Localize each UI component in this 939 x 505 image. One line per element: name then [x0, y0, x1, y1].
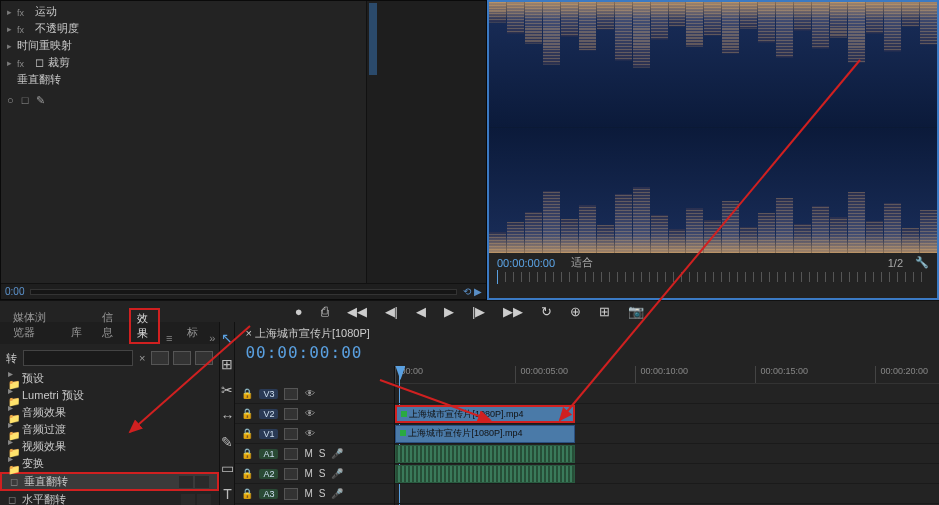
- track-header-a2[interactable]: 🔒A2MS🎤: [235, 464, 394, 484]
- audio-clip[interactable]: [395, 465, 575, 483]
- sync-lock-icon[interactable]: [284, 488, 298, 500]
- timeline-ruler[interactable]: 00:0000:00:05:0000:00:10:0000:00:15:0000…: [395, 366, 939, 384]
- mark-in-button[interactable]: ●: [295, 304, 303, 319]
- track-lane-a2[interactable]: [395, 464, 939, 484]
- mute-button[interactable]: M: [304, 448, 312, 459]
- track-lane-a3[interactable]: [395, 484, 939, 504]
- tab-markers[interactable]: 标: [178, 321, 207, 344]
- timeline-clip[interactable]: 上海城市宣传片[1080P].mp4: [395, 405, 575, 423]
- mic-icon[interactable]: 🎤: [331, 448, 343, 459]
- track-tag[interactable]: V3: [259, 389, 278, 399]
- fx-badge-icon[interactable]: [17, 6, 31, 18]
- mute-button[interactable]: M: [304, 488, 312, 499]
- mic-icon[interactable]: 🎤: [331, 488, 343, 499]
- eye-icon[interactable]: 👁: [304, 388, 316, 399]
- sync-lock-icon[interactable]: [284, 448, 298, 460]
- expand-arrow-icon[interactable]: ▸: [7, 58, 17, 68]
- lock-icon[interactable]: 🔒: [241, 388, 253, 399]
- tab-info[interactable]: 信息: [93, 306, 126, 344]
- video-preview[interactable]: [489, 2, 937, 253]
- effects-search-input[interactable]: [23, 350, 133, 366]
- lock-icon[interactable]: 🔒: [241, 448, 253, 459]
- effect-folder[interactable]: ▸ 📁预设: [0, 370, 219, 387]
- eye-icon[interactable]: 👁: [304, 408, 316, 419]
- ec-zoom-icon[interactable]: ⟲ ▶: [463, 286, 482, 297]
- eye-icon[interactable]: 👁: [304, 428, 316, 439]
- sync-lock-icon[interactable]: [284, 428, 298, 440]
- preview-ruler[interactable]: [497, 272, 929, 282]
- sync-lock-icon[interactable]: [284, 388, 298, 400]
- pen-tool[interactable]: ✎: [221, 434, 233, 450]
- mic-icon[interactable]: 🎤: [331, 468, 343, 479]
- track-header-a3[interactable]: 🔒A3MS🎤: [235, 484, 394, 504]
- zoom-dropdown[interactable]: 1/2: [888, 257, 903, 269]
- solo-button[interactable]: S: [319, 448, 326, 459]
- effect-folder[interactable]: ▸ 📁变换: [0, 455, 219, 472]
- expand-arrow-icon[interactable]: ▸: [7, 41, 17, 51]
- mark-out-button[interactable]: ⎙: [321, 304, 329, 319]
- solo-button[interactable]: S: [319, 488, 326, 499]
- preview-timecode[interactable]: 00:00:00:00: [497, 257, 555, 269]
- type-tool[interactable]: T: [223, 486, 232, 502]
- fx-badge-icon[interactable]: [17, 23, 31, 35]
- mask-pen-icon[interactable]: ✎: [36, 94, 45, 107]
- selection-tool[interactable]: ↖: [221, 330, 233, 346]
- rectangle-tool[interactable]: ▭: [221, 460, 234, 476]
- goto-out-button[interactable]: ▶▶: [503, 304, 523, 319]
- clear-search-icon[interactable]: ×: [139, 352, 145, 364]
- expand-arrow-icon[interactable]: ▸: [7, 7, 17, 17]
- effect-folder[interactable]: ▸ 📁音频效果: [0, 404, 219, 421]
- track-lane-v1[interactable]: 上海城市宣传片[1080P].mp4: [395, 424, 939, 444]
- lock-icon[interactable]: 🔒: [241, 428, 253, 439]
- ec-scrollbar[interactable]: [30, 289, 457, 295]
- filter-32bit-icon[interactable]: [173, 351, 191, 365]
- track-header-v1[interactable]: 🔒V1👁: [235, 424, 394, 444]
- lock-icon[interactable]: 🔒: [241, 468, 253, 479]
- track-tag[interactable]: V2: [259, 409, 278, 419]
- play-rev-button[interactable]: ◀: [416, 304, 426, 319]
- sync-lock-icon[interactable]: [284, 468, 298, 480]
- track-lane-v3[interactable]: [395, 384, 939, 404]
- timeline-clip[interactable]: 上海城市宣传片[1080P].mp4: [395, 425, 575, 443]
- track-tag[interactable]: A3: [259, 489, 278, 499]
- track-lane-v2[interactable]: 上海城市宣传片[1080P].mp4: [395, 404, 939, 424]
- lock-icon[interactable]: 🔒: [241, 488, 253, 499]
- filter-accel-icon[interactable]: [151, 351, 169, 365]
- track-tag[interactable]: A2: [259, 469, 278, 479]
- play-button[interactable]: ▶: [444, 304, 454, 319]
- lock-icon[interactable]: 🔒: [241, 408, 253, 419]
- effect-item[interactable]: ◻垂直翻转: [0, 472, 219, 491]
- sequence-title[interactable]: × 上海城市宣传片[1080P]: [245, 326, 939, 341]
- lift-button[interactable]: ⊞: [599, 304, 610, 319]
- tab-effects[interactable]: 效果: [129, 308, 160, 344]
- fx-badge-icon[interactable]: [17, 57, 31, 69]
- track-lane-a1[interactable]: [395, 444, 939, 464]
- track-tag[interactable]: A1: [259, 449, 278, 459]
- slip-tool[interactable]: ↔: [220, 408, 234, 424]
- sync-lock-icon[interactable]: [284, 408, 298, 420]
- tab-media-browser[interactable]: 媒体浏览器: [4, 306, 60, 344]
- timeline-timecode[interactable]: 00:00:00:00: [245, 343, 939, 362]
- tab-library[interactable]: 库: [62, 321, 91, 344]
- filter-yuv-icon[interactable]: [195, 351, 213, 365]
- track-header-v2[interactable]: 🔒V2👁: [235, 404, 394, 424]
- razor-tool[interactable]: ✂: [221, 382, 233, 398]
- fit-dropdown[interactable]: 适合: [571, 255, 593, 270]
- effect-item[interactable]: ◻水平翻转: [0, 491, 219, 505]
- mask-rect-icon[interactable]: □: [22, 94, 29, 107]
- track-select-tool[interactable]: ⊞: [221, 356, 233, 372]
- audio-clip[interactable]: [395, 445, 575, 463]
- effect-folder[interactable]: ▸ 📁Lumetri 预设: [0, 387, 219, 404]
- solo-button[interactable]: S: [319, 468, 326, 479]
- track-header-a1[interactable]: 🔒A1MS🎤: [235, 444, 394, 464]
- loop-button[interactable]: ↻: [541, 304, 552, 319]
- effect-folder[interactable]: ▸ 📁音频过渡: [0, 421, 219, 438]
- effect-folder[interactable]: ▸ 📁视频效果: [0, 438, 219, 455]
- goto-in-button[interactable]: ◀◀: [347, 304, 367, 319]
- step-fwd-button[interactable]: |▶: [472, 304, 485, 319]
- export-frame-button[interactable]: 📷: [628, 304, 644, 319]
- expand-arrow-icon[interactable]: ▸: [7, 24, 17, 34]
- track-header-v3[interactable]: 🔒V3👁: [235, 384, 394, 404]
- mute-button[interactable]: M: [304, 468, 312, 479]
- add-marker-button[interactable]: ⊕: [570, 304, 581, 319]
